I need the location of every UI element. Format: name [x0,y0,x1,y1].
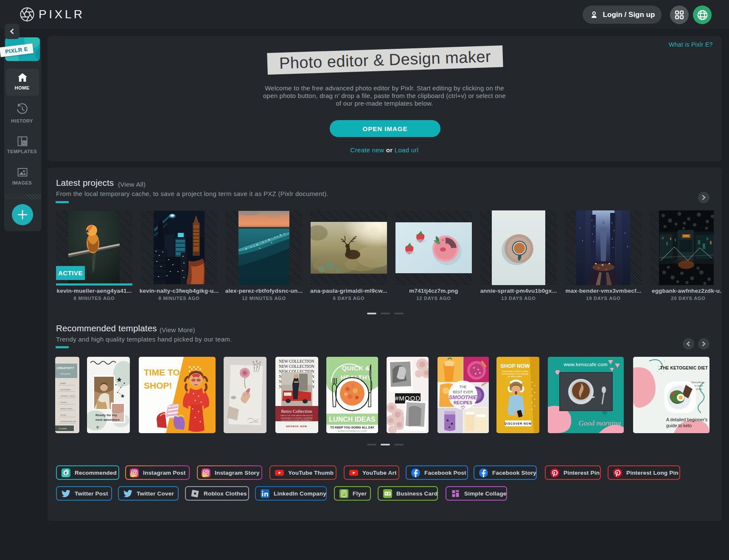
svg-text:LISTENING TO MUSIC: LISTENING TO MUSIC [60,395,76,397]
svg-text:Great deals on clothes, beauty: Great deals on clothes, beauty [502,370,529,372]
svg-text:guide to keto: guide to keto [666,423,692,428]
svg-text:Ready for my: Ready for my [95,413,117,417]
svg-text:DISCOVER NOW: DISCOVER NOW [505,422,532,425]
svg-text:next adventure: next adventure [95,418,120,422]
svg-text:SHOP!: SHOP! [144,381,172,390]
svg-text:NEW COLLECTION: NEW COLLECTION [279,359,314,364]
svg-text:CHECK OUT OUR LATEST PRODUCTS.: CHECK OUT OUR LATEST PRODUCTS. [280,414,313,417]
svg-text:Good morning: Good morning [578,419,621,427]
svg-text:DAYDREAMING: DAYDREAMING [60,389,71,391]
svg-text:RECIPES: RECIPES [454,400,472,405]
svg-text:SHOP NOW: SHOP NOW [500,363,530,369]
svg-text:TO KEEP YOU GOING ALL DAY: TO KEEP YOU GOING ALL DAY [330,426,374,429]
svg-text:CREATIVITY: CREATIVITY [56,367,74,370]
svg-text:DISCOUNTS FOR ANY REFERRALS!: DISCOUNTS FOR ANY REFERRALS! [281,419,312,421]
svg-text:TIME TO: TIME TO [144,367,180,377]
svg-text:LUNCH IDEAS: LUNCH IDEAS [329,416,376,423]
svg-text:RUNNING: RUNNING [60,402,67,403]
svg-text:BRAINSTORMING: BRAINSTORMING [60,408,73,410]
svg-text:BEST EVER: BEST EVER [453,390,473,394]
svg-text:SMOOTHIE: SMOOTHIE [449,395,477,400]
svg-text:E: E [64,471,67,475]
svg-text:A detailed beginner's: A detailed beginner's [666,417,707,422]
svg-text:SINGING: SINGING [60,414,67,416]
svg-text:Retro Collection: Retro Collection [281,409,312,414]
svg-text:QUICK &: QUICK & [342,364,370,372]
svg-text:BEHAVE: BEHAVE [60,383,66,384]
svg-text:d more: d more [59,427,67,430]
svg-text:and electronics. Free shipping: and electronics. Free shipping [502,373,528,375]
svg-text:VISUALIZE EXERCISES: VISUALIZE EXERCISES [60,421,76,423]
svg-text:for online orders.: for online orders. [508,375,522,378]
svg-text:THE: THE [460,385,467,389]
svg-text:NEW COLLECTION: NEW COLLECTION [279,364,314,369]
svg-text:Everything: Everything [692,381,704,384]
svg-text:THE KETOGENIC DIET: THE KETOGENIC DIET [660,366,708,370]
svg-text:BROWSE NOW: BROWSE NOW [286,425,307,428]
svg-text:www.kenscafe.com: www.kenscafe.com [563,362,607,367]
svg-text:WWW.FOODBLOG.COM: WWW.FOODBLOG.COM [338,430,367,432]
svg-text:boosters: boosters [60,372,70,375]
